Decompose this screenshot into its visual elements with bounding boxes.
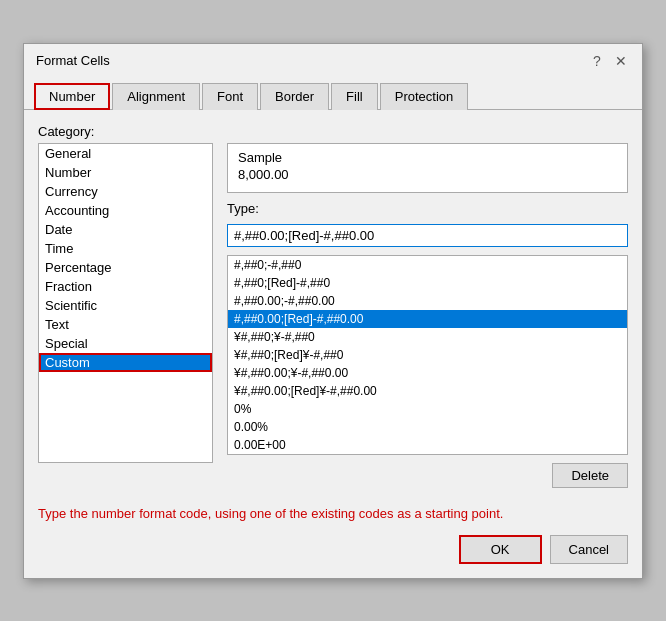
category-item-custom[interactable]: Custom [39,353,212,372]
tab-protection[interactable]: Protection [380,83,469,110]
main-row: General Number Currency Accounting Date … [38,143,628,488]
format-item[interactable]: ¥#,##0;[Red]¥-#,##0 [228,346,627,364]
tab-font[interactable]: Font [202,83,258,110]
format-item[interactable]: ¥#,##0.00;[Red]¥-#,##0.00 [228,382,627,400]
dialog-body: Category: General Number Currency Accoun… [24,110,642,498]
close-icon[interactable]: ✕ [612,52,630,70]
category-item-date[interactable]: Date [39,220,212,239]
cancel-button[interactable]: Cancel [550,535,628,564]
category-label: Category: [38,124,628,139]
format-item[interactable]: #,##0.00;-#,##0.00 [228,292,627,310]
format-item[interactable]: 0.00E+00 [228,436,627,454]
dialog-title: Format Cells [36,53,110,68]
format-list[interactable]: #,##0;-#,##0 #,##0;[Red]-#,##0 #,##0.00;… [227,255,628,455]
title-bar: Format Cells ? ✕ [24,44,642,76]
tab-number[interactable]: Number [34,83,110,110]
tab-bar: Number Alignment Font Border Fill Protec… [24,76,642,110]
format-item[interactable]: 0.00% [228,418,627,436]
category-item-scientific[interactable]: Scientific [39,296,212,315]
sample-label: Sample [238,150,617,165]
category-item-accounting[interactable]: Accounting [39,201,212,220]
category-item-general[interactable]: General [39,144,212,163]
delete-btn-row: Delete [227,463,628,488]
sample-section: Sample 8,000.00 [227,143,628,193]
format-cells-dialog: Format Cells ? ✕ Number Alignment Font B… [23,43,643,579]
category-item-fraction[interactable]: Fraction [39,277,212,296]
format-item[interactable]: ¥#,##0.00;¥-#,##0.00 [228,364,627,382]
format-item[interactable]: 0% [228,400,627,418]
category-item-special[interactable]: Special [39,334,212,353]
sample-value: 8,000.00 [238,165,617,184]
format-item[interactable]: ##0.E+0 [228,454,627,455]
title-controls: ? ✕ [588,52,630,70]
format-item[interactable]: ¥#,##0;¥-#,##0 [228,328,627,346]
category-list[interactable]: General Number Currency Accounting Date … [38,143,213,463]
footer: OK Cancel [24,525,642,578]
delete-button[interactable]: Delete [552,463,628,488]
format-item[interactable]: #,##0;-#,##0 [228,256,627,274]
category-panel: General Number Currency Accounting Date … [38,143,213,488]
type-label: Type: [227,201,628,216]
category-item-currency[interactable]: Currency [39,182,212,201]
category-item-text[interactable]: Text [39,315,212,334]
ok-button[interactable]: OK [459,535,542,564]
format-item-selected[interactable]: #,##0.00;[Red]-#,##0.00 [228,310,627,328]
tab-fill[interactable]: Fill [331,83,378,110]
category-item-percentage[interactable]: Percentage [39,258,212,277]
format-item[interactable]: #,##0;[Red]-#,##0 [228,274,627,292]
type-input[interactable] [227,224,628,247]
hint-text: Type the number format code, using one o… [24,498,642,525]
category-item-time[interactable]: Time [39,239,212,258]
right-panel: Sample 8,000.00 Type: #,##0;-#,##0 #,##0… [227,143,628,488]
tab-border[interactable]: Border [260,83,329,110]
tab-alignment[interactable]: Alignment [112,83,200,110]
help-icon[interactable]: ? [588,52,606,70]
category-item-number[interactable]: Number [39,163,212,182]
